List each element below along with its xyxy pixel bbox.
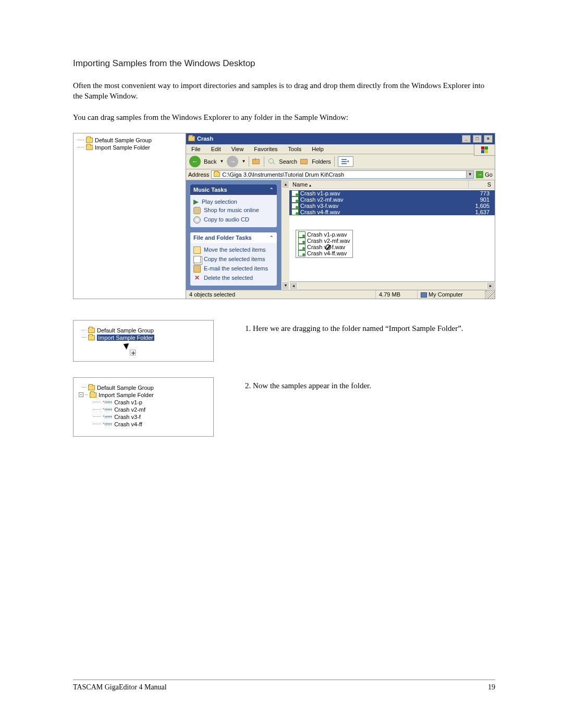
wav-icon: [298, 231, 305, 238]
forward-button[interactable]: →: [227, 156, 238, 167]
music-tasks-header[interactable]: Music Tasks ⌃: [190, 184, 277, 195]
address-input[interactable]: C:\Giga 3.0\Instruments\Tutorial Drum Ki…: [211, 170, 474, 179]
windows-explorer: Crash _ □ × File Edit View Favorites Too…: [186, 133, 495, 299]
sample-label: Crash v1-p: [114, 399, 142, 405]
back-label: Back: [204, 158, 216, 165]
sample-label: Crash v2-mf: [114, 406, 145, 413]
tree-item-default-group[interactable]: Default Sample Group: [79, 384, 208, 391]
resize-grip-icon[interactable]: [485, 290, 495, 299]
tasks-pane: Music Tasks ⌃ Play selection Shop for mu…: [186, 180, 281, 290]
file-row[interactable]: Crash v2-mf.wav901: [289, 196, 495, 203]
task-label: Delete the selected: [204, 275, 253, 281]
tree-label: Import Sample Folder: [97, 335, 154, 341]
tree-label: Default Sample Group: [97, 385, 154, 391]
collapse-icon[interactable]: −: [79, 392, 83, 397]
col-name-label: Name: [292, 181, 308, 188]
status-size: 4.79 MB: [376, 290, 418, 299]
tree-label: Import Sample Folder: [99, 392, 154, 398]
chevron-down-icon[interactable]: ▼: [466, 171, 473, 178]
tree-item-import-folder-selected[interactable]: Import Sample Folder: [79, 334, 208, 341]
search-icon[interactable]: [267, 157, 276, 166]
file-name: Crash v1-p.wav: [300, 190, 467, 196]
folder-icon: [86, 138, 93, 143]
task-copy-cd[interactable]: Copy to audio CD: [192, 215, 275, 225]
up-folder-icon[interactable]: ↑: [252, 159, 260, 164]
music-tasks-group: Music Tasks ⌃ Play selection Shop for mu…: [190, 184, 277, 227]
go-label: Go: [485, 171, 493, 178]
page-footer: TASCAM GigaEditor 4 Manual 19: [73, 680, 495, 692]
delete-icon: ✕: [193, 275, 201, 282]
sample-label: Crash v4-ff: [114, 421, 142, 427]
task-delete-items[interactable]: ✕Delete the selected: [192, 274, 275, 283]
sample-icon: *: [103, 407, 112, 412]
wav-icon: [291, 190, 299, 196]
sample-item[interactable]: *Crash v4-ff: [79, 421, 208, 428]
task-copy-items[interactable]: Copy the selected items: [192, 255, 275, 264]
drag-ghost: Crash v1-p.wav Crash v2-mf.wav Crash v3-…: [296, 230, 353, 258]
play-icon: [193, 200, 199, 205]
task-label: Move the selected items: [204, 246, 266, 253]
address-label: Address: [188, 171, 209, 178]
file-row[interactable]: Crash v4-ff.wav1,637: [289, 209, 495, 215]
scroll-up-icon[interactable]: ▴: [282, 180, 289, 189]
file-list-pane: Name ▴ S Crash v1-p.wav773 Crash v2-mf.w…: [289, 180, 495, 290]
menu-help[interactable]: Help: [307, 144, 329, 154]
scroll-right-icon[interactable]: ▸: [486, 282, 495, 290]
drag-item: Crash v4-ff.wav: [307, 250, 347, 256]
folder-icon: [88, 335, 95, 340]
sample-item[interactable]: *Crash v3-f: [79, 413, 208, 421]
task-label: Play selection: [202, 199, 237, 205]
menu-edit[interactable]: Edit: [206, 144, 226, 154]
sample-item[interactable]: *Crash v1-p: [79, 399, 208, 406]
menu-favorites[interactable]: Favorites: [249, 144, 283, 154]
go-button[interactable]: → Go: [476, 171, 493, 178]
windows-logo-icon: [474, 144, 495, 156]
status-location: My Computer: [418, 290, 485, 299]
task-email-items[interactable]: E-mail the selected items: [192, 264, 275, 274]
tree-item-import-folder-expanded[interactable]: − Import Sample Folder: [79, 391, 208, 399]
task-play-selection[interactable]: Play selection: [192, 198, 275, 206]
menu-view[interactable]: View: [226, 144, 249, 154]
menu-file[interactable]: File: [186, 144, 206, 154]
sample-icon: *: [103, 422, 112, 426]
views-button[interactable]: ▾: [338, 156, 353, 167]
file-row[interactable]: Crash v3-f.wav1,605: [289, 203, 495, 209]
file-folder-tasks-header[interactable]: File and Folder Tasks ⌃: [190, 232, 277, 243]
scroll-left-icon[interactable]: ◂: [289, 282, 298, 290]
menu-tools[interactable]: Tools: [283, 144, 307, 154]
tree-label: Import Sample Folder: [95, 144, 150, 151]
sample-label: Crash v3-f: [114, 414, 141, 420]
file-row[interactable]: Crash v1-p.wav773: [289, 190, 495, 196]
list-header[interactable]: Name ▴ S: [289, 180, 495, 189]
chevron-down-icon[interactable]: ▼: [241, 159, 246, 164]
tasks-scrollbar[interactable]: ▴ ▾: [281, 180, 289, 290]
task-shop-music[interactable]: Shop for music online: [192, 206, 275, 215]
tree-item-default-group[interactable]: Default Sample Group: [78, 137, 181, 144]
figure-2-caption: 1. Here we are dragging to the folder na…: [245, 320, 495, 362]
drag-item: Crash v2-mf.wav: [307, 238, 350, 244]
file-list: Crash v1-p.wav773 Crash v2-mf.wav901 Cra…: [289, 189, 495, 281]
scroll-down-icon[interactable]: ▾: [282, 281, 289, 290]
collapse-icon: ⌃: [270, 187, 274, 192]
minimize-button[interactable]: _: [462, 135, 471, 143]
task-label: Shop for music online: [204, 207, 259, 213]
task-move-items[interactable]: Move the selected items: [192, 245, 275, 255]
sample-item[interactable]: *Crash v2-mf: [79, 406, 208, 413]
folders-label[interactable]: Folders: [312, 158, 331, 165]
section-heading: Importing Samples from the Windows Deskt…: [73, 58, 495, 69]
copy-icon: [193, 256, 201, 263]
maximize-button[interactable]: □: [473, 135, 482, 143]
file-name: Crash v3-f.wav: [300, 203, 467, 209]
close-button[interactable]: ×: [484, 135, 493, 143]
file-scrollbar-h[interactable]: ◂ ▸: [289, 281, 495, 290]
back-button[interactable]: ←: [189, 156, 201, 167]
tree-item-default-group[interactable]: Default Sample Group: [79, 327, 208, 334]
chevron-down-icon[interactable]: ▼: [219, 159, 224, 164]
tree-label: Default Sample Group: [95, 137, 152, 143]
titlebar[interactable]: Crash _ □ ×: [186, 133, 495, 144]
tree-item-import-folder[interactable]: Import Sample Folder: [78, 144, 181, 151]
search-label[interactable]: Search: [279, 158, 297, 165]
folders-icon[interactable]: [300, 159, 308, 164]
collapse-icon: ⌃: [270, 235, 274, 240]
paragraph-2: You can drag samples from the Windows Ex…: [73, 112, 495, 122]
